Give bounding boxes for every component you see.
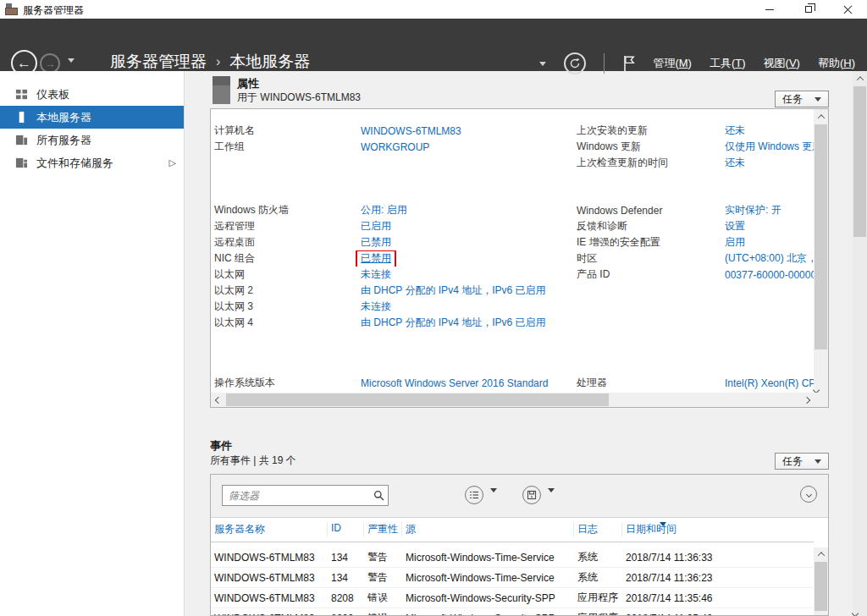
table-row[interactable]: WINDOWS-6TMLM83134警告Microsoft-Windows-Ti…: [211, 547, 814, 568]
property-value-link[interactable]: WORKGROUP: [361, 141, 577, 153]
property-value-link[interactable]: 仅使用 Windows 更新: [725, 140, 814, 154]
property-label: NIC 组合: [214, 251, 361, 266]
property-value-link[interactable]: 公用: 启用: [361, 203, 577, 217]
scope-dropdown-icon[interactable]: [539, 62, 546, 66]
save-query-dropdown[interactable]: [548, 492, 555, 508]
app-icon: [5, 3, 18, 15]
save-query-button[interactable]: [522, 486, 541, 504]
property-label: 远程管理: [214, 219, 361, 234]
table-cell: 8200: [328, 613, 364, 616]
table-row[interactable]: WINDOWS-6TMLM838200错误Microsoft-Windows-S…: [211, 608, 814, 615]
properties-tasks-button[interactable]: 任务: [775, 91, 829, 107]
events-panel: 服务器名称ID严重性源日志日期和时间 WINDOWS-6TMLM83134警告M…: [210, 474, 829, 616]
table-row[interactable]: WINDOWS-6TMLM83134警告Microsoft-Windows-Ti…: [211, 568, 814, 588]
property-value-link[interactable]: 未连接: [361, 267, 577, 282]
filter-list-button[interactable]: [465, 486, 483, 504]
property-value-link[interactable]: 设置: [725, 219, 814, 234]
properties-band-bottom: 操作系统版本Microsoft Windows Server 2016 Stan…: [214, 375, 814, 391]
property-value-link[interactable]: 已启用: [361, 219, 577, 234]
property-row: 远程桌面已禁用: [214, 234, 577, 250]
scrollbar-thumb[interactable]: [226, 393, 609, 406]
property-value-link[interactable]: 由 DHCP 分配的 IPv4 地址，IPv6 已启用: [361, 283, 577, 298]
scroll-up-icon[interactable]: [814, 109, 828, 124]
property-value-link[interactable]: 还未: [725, 124, 814, 138]
events-toolbar: [211, 475, 828, 518]
scroll-up-icon[interactable]: [853, 71, 867, 85]
refresh-button[interactable]: [564, 52, 586, 74]
scroll-up-icon[interactable]: [814, 547, 828, 561]
scrollbar-thumb[interactable]: [815, 124, 827, 349]
breadcrumb-current: 本地服务器: [229, 51, 310, 73]
menu-item-tools[interactable]: 工具(T): [710, 56, 746, 71]
collapse-panel-button[interactable]: [800, 486, 817, 503]
sidebar-item-all-servers[interactable]: 所有服务器: [0, 129, 184, 151]
sidebar-item-file-storage[interactable]: 文件和存储服务▷: [0, 151, 184, 174]
minimize-button[interactable]: [750, 0, 789, 19]
menu-item-view[interactable]: 视图(V): [764, 56, 800, 71]
breadcrumb-root[interactable]: 服务器管理器: [110, 51, 207, 73]
tasks-label: 任务: [782, 454, 803, 469]
scroll-down-icon[interactable]: [853, 602, 867, 616]
property-row: 计算机名WINDOWS-6TMLM83: [214, 123, 577, 139]
table-cell: Microsoft-Windows-Security-SPP: [402, 613, 574, 616]
column-header[interactable]: ID: [328, 522, 364, 537]
table-cell: 警告: [364, 570, 402, 585]
property-value-link[interactable]: Microsoft Windows Server 2016 Standard: [361, 377, 577, 389]
sidebar-item-dashboard[interactable]: 仪表板: [0, 83, 184, 106]
filter-input[interactable]: [223, 486, 369, 505]
notifications-flag-icon[interactable]: [622, 55, 635, 73]
property-value-link[interactable]: (UTC+08:00) 北京，: [725, 251, 814, 266]
close-button[interactable]: [828, 0, 867, 19]
column-header[interactable]: 服务器名称: [211, 522, 328, 537]
properties-band-middle: Windows 防火墙公用: 启用远程管理已启用远程桌面已禁用NIC 组合已禁用…: [214, 202, 814, 331]
main-vertical-scrollbar[interactable]: [853, 71, 867, 616]
events-subtitle: 所有事件 | 共 19 个: [210, 454, 296, 468]
property-value-link[interactable]: 启用: [725, 235, 814, 250]
property-row: 以太网 3未连接: [214, 299, 577, 315]
chevron-down-icon: [815, 97, 821, 102]
table-cell: 2018/7/14 11:35:46: [622, 613, 814, 616]
menu-item-manage[interactable]: 管理(M): [653, 56, 692, 71]
filter-list-dropdown[interactable]: [490, 492, 497, 508]
column-header[interactable]: 日志: [574, 522, 622, 537]
column-header[interactable]: 严重性: [364, 522, 402, 537]
property-value-link[interactable]: Intel(R) Xeon(R) CPU: [725, 377, 814, 389]
scrollbar-thumb[interactable]: [815, 562, 827, 611]
properties-horizontal-scrollbar[interactable]: [211, 393, 814, 407]
table-cell: 警告: [364, 550, 402, 564]
sort-descending-icon: [660, 522, 666, 526]
expand-right-icon[interactable]: ▷: [169, 157, 176, 168]
table-cell: WINDOWS-6TMLM83: [211, 552, 328, 564]
window-title: 服务器管理器: [23, 3, 84, 18]
menu-item-help[interactable]: 帮助(H): [818, 56, 855, 71]
scroll-left-icon[interactable]: [211, 393, 225, 407]
events-tasks-button[interactable]: 任务: [775, 453, 829, 470]
properties-vertical-scrollbar[interactable]: [814, 109, 828, 393]
property-value-link[interactable]: 由 DHCP 分配的 IPv4 地址，IPv6 已启用: [361, 316, 577, 330]
table-row[interactable]: WINDOWS-6TMLM838208错误Microsoft-Windows-S…: [211, 588, 814, 608]
restore-button[interactable]: [789, 0, 828, 19]
property-value-link[interactable]: 未连接: [361, 300, 577, 314]
property-value-link[interactable]: 已禁用: [361, 235, 577, 250]
table-cell: Microsoft-Windows-Time-Service: [402, 552, 574, 564]
property-value-link[interactable]: 00377-60000-00000: [725, 269, 814, 281]
scrollbar-thumb[interactable]: [853, 86, 866, 237]
search-icon[interactable]: [369, 490, 388, 501]
scroll-right-icon[interactable]: [799, 393, 814, 407]
table-cell: Microsoft-Windows-Security-SPP: [402, 592, 574, 604]
property-value-link[interactable]: WINDOWS-6TMLM83: [361, 125, 577, 137]
property-row: 工作组WORKGROUP: [214, 139, 577, 155]
property-value-link[interactable]: 还未: [725, 156, 814, 170]
column-header[interactable]: 日期和时间: [622, 522, 814, 537]
server-manager-window: 服务器管理器 ← → 服务器管理器 › 本地服务器 管理(M)工具(T)视图(V…: [0, 0, 867, 616]
scroll-down-icon[interactable]: [814, 378, 828, 393]
nav-divider: [604, 53, 605, 74]
property-row: Windows Defender实时保护: 开: [577, 202, 814, 218]
property-row: 上次检查更新的时间还未: [577, 155, 814, 171]
events-vertical-scrollbar[interactable]: [814, 547, 828, 615]
sidebar-item-local-server[interactable]: 本地服务器: [0, 106, 184, 129]
property-value-link[interactable]: 已禁用: [356, 250, 396, 267]
property-label: 上次安装的更新: [577, 124, 725, 138]
column-header[interactable]: 源: [402, 522, 574, 537]
property-value-link[interactable]: 实时保护: 开: [725, 203, 814, 217]
